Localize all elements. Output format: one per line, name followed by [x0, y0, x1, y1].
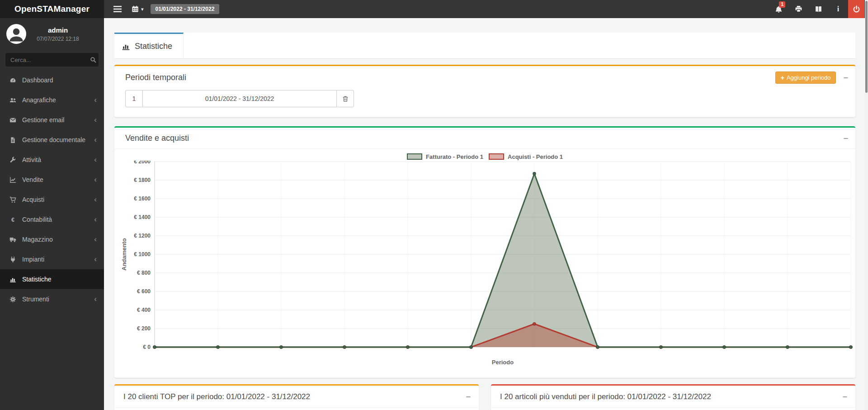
navbar-left: ▾ 01/01/2022 - 31/12/2022 [104, 0, 219, 18]
power-icon [853, 5, 860, 13]
sidebar-menu: DashboardAnagrafiche‹Gestione email‹Gest… [0, 70, 104, 309]
sidebar-item-strumenti[interactable]: Strumenti‹ [0, 289, 104, 309]
sidebar-item-label: Gestione email [22, 116, 94, 124]
svg-text:€ 1000: € 1000 [134, 251, 151, 257]
sidebar-item-label: Acquisti [22, 196, 94, 203]
sidebar-item-label: Strumenti [22, 296, 94, 303]
wrench-icon [9, 157, 17, 163]
print-button[interactable] [788, 0, 808, 18]
top-clients-header: I 20 clienti TOP per il periodo: 01/01/2… [114, 386, 479, 408]
legend-item-acquisti-periodo-1[interactable]: Acquisti - Periodo 1 [489, 153, 563, 160]
sidebar-item-label: Attività [22, 156, 94, 163]
period-row: 1 [125, 90, 354, 107]
sidebar-item-acquisti[interactable]: Acquisti‹ [0, 190, 104, 210]
calendar-icon [132, 5, 139, 13]
svg-text:€: € [11, 216, 14, 223]
legend-label: Fatturato - Periodo 1 [426, 153, 483, 160]
top-navbar: OpenSTAManager ▾ 01/01/2022 - 31/12/2022… [0, 0, 868, 18]
svg-text:Periodo: Periodo [492, 359, 514, 366]
sidebar-item-statistiche[interactable]: Statistiche [0, 269, 104, 289]
docs-button[interactable] [808, 0, 828, 18]
legend-swatch [407, 153, 422, 160]
search-icon[interactable] [90, 57, 96, 63]
sidebar-item-label: Magazzino [22, 236, 94, 243]
search-input[interactable] [10, 57, 90, 63]
top-articles-header: I 20 articoli più venduti per il periodo… [491, 386, 855, 408]
user-info: admin 07/07/2022 12:18 [26, 26, 90, 42]
sidebar-search [5, 53, 99, 67]
sales-purchases-header: Vendite e acquisti − [114, 128, 855, 149]
info-button[interactable]: i [828, 0, 848, 18]
period-range-input[interactable] [142, 90, 337, 107]
printer-icon [795, 5, 802, 13]
plus-icon: + [781, 75, 784, 81]
scrollbar[interactable] [865, 0, 868, 410]
notification-count-badge: 1 [779, 1, 785, 8]
sales-purchases-chart: Fatturato - Periodo 1Acquisti - Periodo … [114, 149, 855, 378]
sidebar-item-impianti[interactable]: Impianti‹ [0, 249, 104, 269]
period-date-badge[interactable]: 01/01/2022 - 31/12/2022 [151, 4, 220, 14]
sidebar-item-gestione-documentale[interactable]: Gestione documentale‹ [0, 130, 104, 150]
scrollbar-thumb[interactable] [865, 1, 868, 93]
sidebar-item-label: Vendite [22, 176, 94, 183]
svg-text:€ 800: € 800 [137, 270, 151, 276]
sidebar-toggle-button[interactable] [108, 0, 127, 18]
hamburger-icon [113, 6, 122, 12]
svg-text:€ 0: € 0 [143, 344, 151, 350]
tabs-row: Statistiche [114, 33, 855, 59]
chart-legend: Fatturato - Periodo 1Acquisti - Periodo … [114, 153, 855, 161]
truck-icon [9, 236, 17, 243]
sidebar-item-label: Anagrafiche [22, 96, 94, 104]
user-icon [7, 25, 25, 43]
periods-card: Periodi temporali + Aggiungi periodo − 1 [114, 65, 855, 117]
gear-icon [9, 296, 17, 303]
sidebar-item-gestione-email[interactable]: Gestione email‹ [0, 110, 104, 130]
legend-swatch [489, 153, 504, 160]
add-period-button[interactable]: + Aggiungi periodo [775, 72, 836, 84]
notifications-button[interactable]: 1 [769, 0, 788, 18]
chart-canvas: € 0€ 200€ 400€ 600€ 800€ 1000€ 1200€ 140… [114, 161, 855, 375]
sidebar-item-label: Dashboard [22, 76, 97, 84]
app-logo: OpenSTAManager [0, 0, 104, 18]
info-icon: i [837, 5, 839, 13]
top-articles-title: I 20 articoli più venduti per il periodo… [500, 392, 711, 401]
main-content: Statistiche Periodi temporali + Aggiungi… [104, 18, 868, 410]
sales-purchases-title: Vendite e acquisti [125, 133, 189, 143]
svg-text:€ 400: € 400 [137, 307, 151, 313]
svg-text:€ 1400: € 1400 [134, 214, 151, 220]
sidebar-item-attivit[interactable]: Attività‹ [0, 150, 104, 170]
sidebar-item-anagrafiche[interactable]: Anagrafiche‹ [0, 90, 104, 110]
delete-period-button[interactable] [337, 90, 354, 107]
avatar[interactable] [6, 24, 26, 44]
bottom-panels-row: I 20 clienti TOP per il periodo: 01/01/2… [114, 384, 855, 410]
svg-text:€ 200: € 200 [137, 325, 151, 332]
user-name: admin [26, 26, 90, 34]
calendar-dropdown-button[interactable]: ▾ [127, 0, 148, 18]
svg-text:€ 2000: € 2000 [134, 161, 151, 165]
sidebar-item-magazzino[interactable]: Magazzino‹ [0, 229, 104, 249]
sidebar-item-vendite[interactable]: Vendite‹ [0, 170, 104, 190]
users-icon [9, 97, 17, 104]
bar-chart-icon [122, 42, 130, 51]
svg-text:€ 1600: € 1600 [134, 195, 151, 202]
periods-card-body: 1 [114, 88, 855, 117]
sidebar-item-label: Statistiche [22, 276, 97, 283]
top-clients-card: I 20 clienti TOP per il periodo: 01/01/2… [114, 384, 479, 410]
tab-statistiche[interactable]: Statistiche [114, 33, 184, 58]
sidebar: admin 07/07/2022 12:18 DashboardAnagrafi… [0, 18, 104, 410]
chart-line-icon [9, 176, 17, 183]
user-panel: admin 07/07/2022 12:18 [0, 18, 104, 48]
legend-item-fatturato-periodo-1[interactable]: Fatturato - Periodo 1 [407, 153, 483, 160]
tab-label: Statistiche [135, 42, 172, 51]
bar-chart-icon [9, 276, 17, 283]
collapse-icon[interactable]: − [466, 393, 471, 401]
collapse-icon[interactable]: − [842, 393, 847, 401]
collapse-icon[interactable]: − [843, 134, 848, 143]
user-datetime: 07/07/2022 12:18 [26, 36, 90, 42]
collapse-icon[interactable]: − [843, 74, 848, 82]
sidebar-item-dashboard[interactable]: Dashboard [0, 70, 104, 90]
sidebar-item-contabilit[interactable]: €Contabilità‹ [0, 210, 104, 229]
logout-button[interactable] [848, 0, 864, 18]
cart-icon [9, 196, 17, 203]
document-icon [9, 137, 17, 143]
